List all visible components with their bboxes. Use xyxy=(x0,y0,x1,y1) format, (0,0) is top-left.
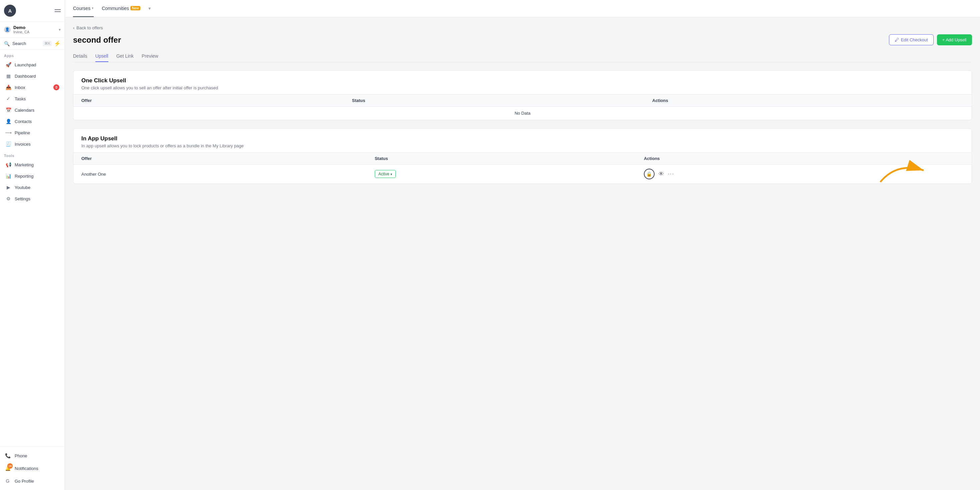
launchpad-label: Launchpad xyxy=(15,62,36,67)
search-shortcut: ⌘K xyxy=(43,41,52,46)
footer-item-phone[interactable]: 📞 Phone xyxy=(0,449,65,462)
search-label: Search xyxy=(12,41,26,46)
sidebar-footer: 📞 Phone 🔔 19 Notifications G Go Profile xyxy=(0,446,65,490)
status-badge[interactable]: Active ▾ xyxy=(375,170,396,178)
communities-label: Communities xyxy=(102,6,129,11)
sidebar-header: A xyxy=(0,0,65,22)
sidebar-item-invoices[interactable]: 🧾 Invoices xyxy=(2,138,64,150)
account-name: Demo xyxy=(13,25,29,30)
youtube-icon: ▶ xyxy=(5,185,11,190)
chevron-down-icon: ▾ xyxy=(148,6,151,11)
add-upsell-button[interactable]: + Add Upsell xyxy=(937,34,972,45)
lock-icon: 🔒 xyxy=(646,171,652,177)
tab-upsell[interactable]: Upsell xyxy=(95,51,108,62)
col-offer-2: Offer xyxy=(73,153,367,165)
avatar: A xyxy=(4,5,16,17)
phone-icon: 📞 xyxy=(4,452,11,459)
tools-section-label: Tools xyxy=(0,150,65,159)
chevron-left-icon: ‹ xyxy=(73,25,74,30)
reporting-icon: 📊 xyxy=(5,173,11,179)
inbox-label: Inbox xyxy=(15,85,25,90)
account-icon: 👤 xyxy=(4,26,11,33)
sidebar-item-youtube[interactable]: ▶ Youtube xyxy=(2,182,64,193)
search-bar[interactable]: 🔍 Search ⌘K ⚡ xyxy=(0,38,65,50)
tab-preview[interactable]: Preview xyxy=(142,51,158,62)
dashboard-label: Dashboard xyxy=(15,74,36,79)
offer-name-cell: Another One xyxy=(73,165,367,184)
sidebar-account[interactable]: 👤 Demo Irvine, CA ▾ xyxy=(0,22,65,38)
hamburger-button[interactable] xyxy=(55,10,61,12)
topnav-more-button[interactable]: ▾ xyxy=(148,0,151,17)
launchpad-icon: 🚀 xyxy=(5,62,11,68)
sidebar-item-reporting[interactable]: 📊 Reporting xyxy=(2,170,64,182)
col-offer-1: Offer xyxy=(73,95,344,107)
notifications-badge: 19 xyxy=(7,463,13,469)
sidebar-item-marketing[interactable]: 📢 Marketing xyxy=(2,159,64,170)
page-header: second offer 🖊 Edit Checkout + Add Upsel… xyxy=(73,34,972,45)
page-title: second offer xyxy=(73,35,121,45)
contacts-icon: 👤 xyxy=(5,118,11,124)
invoices-label: Invoices xyxy=(15,142,31,147)
tab-details[interactable]: Details xyxy=(73,51,88,62)
chevron-down-icon: ▾ xyxy=(59,27,61,32)
tab-get-link[interactable]: Get Link xyxy=(116,51,134,62)
topnav-item-courses[interactable]: Courses▾ xyxy=(73,0,94,17)
bolt-icon[interactable]: ⚡ xyxy=(54,40,61,47)
courses-label: Courses xyxy=(73,6,91,11)
profile-label: Go Profile xyxy=(15,479,34,484)
notifications-label: Notifications xyxy=(15,466,38,471)
reporting-label: Reporting xyxy=(15,173,33,179)
marketing-label: Marketing xyxy=(15,162,34,167)
sidebar-item-pipeline[interactable]: ⟶ Pipeline xyxy=(2,127,64,138)
notifications-icon: 🔔 19 xyxy=(4,465,11,472)
contacts-label: Contacts xyxy=(15,119,32,124)
edit-checkout-button[interactable]: 🖊 Edit Checkout xyxy=(889,34,934,45)
sidebar-item-inbox[interactable]: 📥 Inbox 0 xyxy=(2,82,64,93)
tasks-label: Tasks xyxy=(15,96,25,101)
sidebar-item-tasks[interactable]: ✓ Tasks xyxy=(2,93,64,104)
invoices-icon: 🧾 xyxy=(5,141,11,147)
no-data-label: No Data xyxy=(73,107,972,120)
status-chevron-icon: ▾ xyxy=(390,172,392,176)
topnav-item-communities[interactable]: CommunitiesNew xyxy=(102,0,140,17)
sidebar-item-contacts[interactable]: 👤 Contacts xyxy=(2,116,64,127)
account-location: Irvine, CA xyxy=(13,30,29,34)
inbox-icon: 📥 xyxy=(5,84,11,90)
search-icon: 🔍 xyxy=(4,41,10,46)
back-to-offers-link[interactable]: ‹ Back to offers xyxy=(73,25,972,30)
sidebar-item-settings[interactable]: ⚙ Settings xyxy=(2,193,64,204)
profile-icon: G xyxy=(4,477,11,485)
lock-action-button[interactable]: 🔒 xyxy=(644,169,655,179)
sidebar-item-launchpad[interactable]: 🚀 Launchpad xyxy=(2,59,64,70)
col-status-2: Status xyxy=(367,153,636,165)
one-click-upsell-title: One Click Upsell xyxy=(81,77,964,84)
one-click-upsell-section: One Click Upsell One click upsell allows… xyxy=(73,70,972,120)
sidebar-item-calendars[interactable]: 📅 Calendars xyxy=(2,104,64,116)
tasks-icon: ✓ xyxy=(5,95,11,102)
one-click-upsell-subtitle: One click upsell allows you to sell an o… xyxy=(81,85,964,90)
main-content: Courses▾CommunitiesNew▾ ‹ Back to offers… xyxy=(65,0,980,490)
more-actions-button[interactable]: ··· xyxy=(668,171,674,177)
top-navigation: Courses▾CommunitiesNew▾ xyxy=(65,0,980,18)
col-status-1: Status xyxy=(344,95,644,107)
in-app-upsell-table: Offer Status Actions Another One Active … xyxy=(73,152,972,184)
pipeline-label: Pipeline xyxy=(15,130,30,135)
tools-nav: 📢 Marketing 📊 Reporting ▶ Youtube ⚙ Sett… xyxy=(0,159,65,204)
calendars-icon: 📅 xyxy=(5,107,11,113)
eye-action-button[interactable]: 👁 xyxy=(659,171,664,177)
footer-item-profile[interactable]: G Go Profile xyxy=(0,475,65,487)
actions-cell: 🔒 👁 ··· xyxy=(636,165,972,184)
col-actions-1: Actions xyxy=(644,95,972,107)
youtube-label: Youtube xyxy=(15,185,30,190)
footer-item-notifications[interactable]: 🔔 19 Notifications xyxy=(0,462,65,475)
pipeline-icon: ⟶ xyxy=(5,130,11,136)
one-click-upsell-table: Offer Status Actions No Data xyxy=(73,94,972,120)
sidebar: A 👤 Demo Irvine, CA ▾ 🔍 Search ⌘K ⚡ Apps… xyxy=(0,0,65,490)
in-app-upsell-title: In App Upsell xyxy=(81,135,964,142)
dashboard-icon: ▦ xyxy=(5,73,11,79)
sidebar-item-dashboard[interactable]: ▦ Dashboard xyxy=(2,70,64,82)
status-cell: Active ▾ xyxy=(367,165,636,184)
table-row: Another One Active ▾ xyxy=(73,165,972,184)
header-actions: 🖊 Edit Checkout + Add Upsell xyxy=(889,34,972,45)
marketing-icon: 📢 xyxy=(5,162,11,168)
